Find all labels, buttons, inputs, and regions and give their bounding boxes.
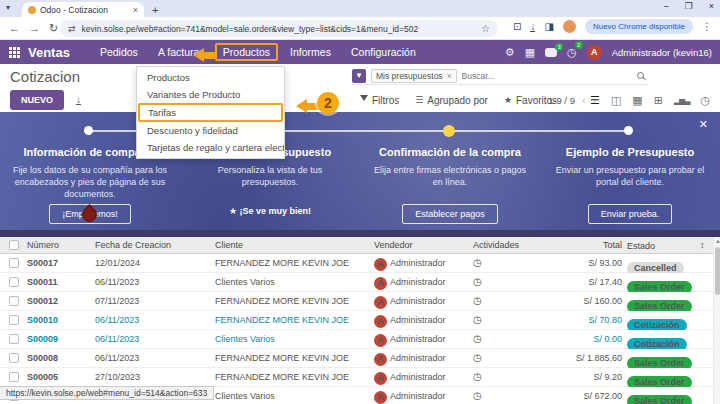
calendar-view-icon[interactable]: ▦ [632, 94, 642, 107]
user-avatar[interactable]: A [587, 45, 602, 60]
step-action-button[interactable]: Establecer pagos [402, 204, 498, 224]
table-row[interactable]: S00011 06/11/2023 Clientes Varios A Admi… [0, 273, 720, 292]
activity-clock-icon[interactable]: ◷ [473, 390, 482, 401]
tab-groups-icon[interactable]: ⊡ [513, 21, 521, 32]
row-number[interactable]: S00009 [27, 334, 58, 344]
pager-prev-icon[interactable]: ‹ [582, 94, 586, 106]
col-seller[interactable]: Vendedor [374, 240, 413, 250]
activity-clock-icon[interactable]: ◷ [473, 257, 482, 268]
scroll-up-icon[interactable]: ▲ [715, 238, 720, 244]
dropdown-menu-item[interactable]: Variantes de Producto [137, 86, 284, 103]
col-total[interactable]: Total [603, 240, 622, 250]
export-icon[interactable]: ↓ [76, 95, 81, 105]
dropdown-menu-item[interactable]: Descuento y fidelidad [137, 122, 284, 139]
search-filter-tag[interactable]: Mis presupuestos × [371, 69, 457, 83]
calculator-icon[interactable]: ▦ [525, 46, 535, 59]
search-box[interactable]: ▼ Mis presupuestos × [352, 67, 648, 85]
new-tab-button[interactable]: + [152, 4, 158, 16]
bookmark-star-icon[interactable]: ☆ [481, 23, 490, 34]
window-maximize-icon[interactable]: ❐ [685, 1, 693, 11]
search-icon[interactable] [637, 72, 644, 79]
search-input[interactable] [462, 71, 632, 81]
tag-remove-icon[interactable]: × [447, 71, 452, 81]
col-client[interactable]: Cliente [215, 240, 243, 250]
pivot-view-icon[interactable]: ⊞ [654, 94, 663, 107]
row-checkbox[interactable] [9, 353, 19, 363]
messages-icon[interactable]: 3 [545, 48, 557, 57]
filters-button[interactable]: Filtros [360, 95, 399, 106]
activity-clock-icon[interactable]: ◷ [473, 314, 482, 325]
graph-view-icon[interactable]: ▂▅▃ [674, 96, 689, 105]
col-status[interactable]: Estado [627, 241, 655, 251]
reload-icon[interactable]: ↻ [49, 22, 58, 35]
downloads-icon[interactable]: ↓ [530, 22, 535, 32]
back-icon[interactable]: ← [9, 22, 20, 34]
url-text[interactable]: kevin.solse.pe/web#action=741&model=sale… [82, 24, 475, 34]
row-checkbox[interactable] [9, 296, 19, 306]
activity-clock-icon[interactable]: ◷ [473, 352, 482, 363]
tab-search-chevron-icon[interactable]: ▾ [6, 3, 10, 12]
list-view-icon[interactable]: ☰ [590, 94, 600, 107]
tab-close-icon[interactable]: × [133, 5, 138, 15]
col-activities[interactable]: Actividades [473, 240, 519, 250]
column-settings-icon[interactable]: ↕ [700, 240, 705, 250]
activity-clock-icon[interactable]: ◷ [473, 333, 482, 344]
activity-clock-icon[interactable]: ◷ [473, 295, 482, 306]
table-row[interactable]: S00008 06/11/2023 FERNANDEZ MORE KEVIN J… [0, 349, 720, 368]
apps-grid-icon[interactable] [9, 47, 20, 58]
sidebar-icon[interactable]: ◨ [544, 21, 553, 32]
dropdown-menu-item[interactable]: Tarifas [138, 103, 283, 122]
step-action-button[interactable]: Enviar prueba. [588, 204, 673, 224]
app-name[interactable]: Ventas [28, 45, 70, 60]
row-checkbox[interactable] [9, 334, 19, 344]
dropdown-menu-item[interactable]: Productos [137, 69, 284, 86]
chrome-profile-avatar[interactable] [563, 20, 576, 33]
new-button[interactable]: NUEVO [10, 90, 64, 110]
table-row[interactable]: S00010 06/11/2023 FERNANDEZ MORE KEVIN J… [0, 311, 720, 330]
nav-menu-item[interactable]: Pedidos [92, 43, 146, 61]
banner-close-icon[interactable]: ✕ [699, 118, 708, 131]
table-row[interactable]: S00012 07/11/2023 FERNANDEZ MORE KEVIN J… [0, 292, 720, 311]
scrollbar-thumb[interactable] [715, 247, 720, 295]
step-action-button[interactable]: ¡Se ve muy bien! [229, 206, 311, 216]
window-close-icon[interactable]: × [709, 1, 714, 11]
forward-icon[interactable]: → [29, 22, 40, 34]
scrollbar[interactable]: ▲ [713, 237, 720, 404]
row-checkbox[interactable] [9, 372, 19, 382]
activity-clock-icon[interactable]: ◷ [473, 276, 482, 287]
kanban-view-icon[interactable]: ◫ [611, 94, 621, 107]
browser-menu-icon[interactable]: ⋮ [702, 21, 712, 32]
row-number[interactable]: S00012 [27, 296, 58, 306]
row-number[interactable]: S00017 [27, 258, 58, 268]
gear-icon[interactable]: ⚙ [505, 46, 515, 59]
table-row[interactable]: S00005 27/10/2023 FERNANDEZ MORE KEVIN J… [0, 368, 720, 387]
progress-dot-3 [443, 125, 455, 137]
activities-clock-icon[interactable]: ◷2 [567, 46, 577, 59]
nav-menu-item[interactable]: Productos [215, 43, 278, 61]
dropdown-menu-item[interactable]: Tarjetas de regalo y cartera electrónica [137, 139, 284, 156]
row-checkbox[interactable] [9, 277, 19, 287]
browser-tab[interactable]: Odoo - Cotizacion × [22, 2, 144, 17]
nav-menu-item[interactable]: Informes [282, 43, 339, 61]
col-date[interactable]: Fecha de Creacion [95, 240, 171, 250]
row-number[interactable]: S00008 [27, 353, 58, 363]
row-number[interactable]: S00005 [27, 372, 58, 382]
address-bar[interactable]: ⇄ kevin.solse.pe/web#action=741&model=sa… [60, 20, 498, 37]
user-name[interactable]: Administrador (kevin16) [612, 47, 712, 58]
table-row[interactable]: S00009 06/11/2023 Clientes Varios A Admi… [0, 330, 720, 349]
row-number[interactable]: S00011 [27, 277, 58, 287]
select-all-checkbox[interactable] [9, 240, 19, 250]
nav-menu-item[interactable]: Configuración [343, 43, 424, 61]
groupby-button[interactable]: ☰Agrupado por [415, 95, 488, 106]
activity-clock-icon[interactable]: ◷ [473, 371, 482, 382]
site-settings-icon[interactable]: ⇄ [68, 24, 76, 34]
table-header: Número Fecha de Creacion Cliente Vendedo… [0, 237, 720, 254]
row-number[interactable]: S00010 [27, 315, 58, 325]
row-checkbox[interactable] [9, 315, 19, 325]
col-number[interactable]: Número [27, 240, 59, 250]
chrome-update-pill[interactable]: Nuevo Chrome disponible [585, 19, 693, 34]
row-checkbox[interactable] [9, 258, 19, 268]
window-minimize-icon[interactable]: – [664, 1, 669, 11]
table-row[interactable]: S00017 12/01/2024 FERNANDEZ MORE KEVIN J… [0, 254, 720, 273]
activity-view-icon[interactable]: ◷ [700, 94, 710, 107]
